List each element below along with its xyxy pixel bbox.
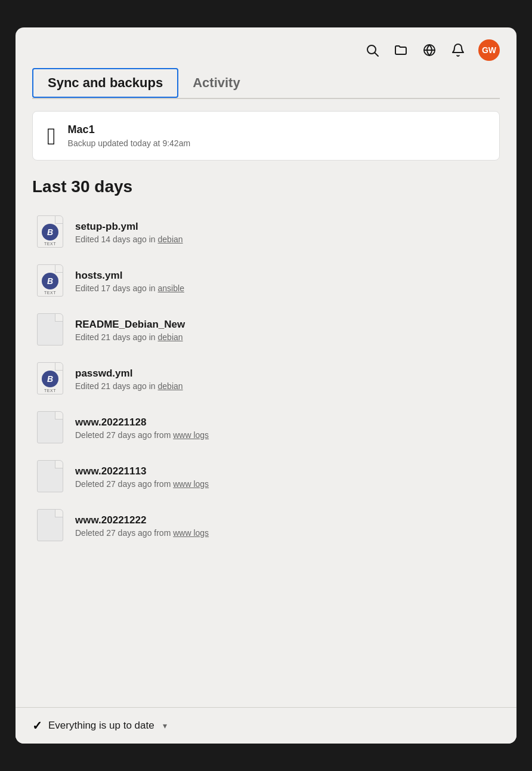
badge-b-letter: B — [47, 227, 53, 237]
file-meta: Edited 21 days ago in debian — [75, 381, 495, 391]
device-subtitle: Backup updated today at 9:42am — [68, 138, 190, 148]
file-icon-container — [37, 411, 66, 445]
list-item[interactable]: B TEXT passwd.yml Edited 21 days ago in … — [32, 355, 500, 403]
file-icon-plain — [37, 411, 63, 443]
file-icon-plain — [37, 313, 63, 346]
main-content:  Mac1 Backup updated today at 9:42am La… — [16, 99, 516, 707]
file-info: www.20221128 Deleted 27 days ago from ww… — [75, 417, 495, 440]
app-window: GW Sync and backups Activity  Mac1 Back… — [16, 27, 516, 744]
file-meta: Deleted 27 days ago from www logs — [75, 479, 495, 489]
badge-b-letter: B — [47, 374, 53, 384]
file-name: hosts.yml — [75, 270, 495, 282]
search-icon[interactable] — [364, 42, 381, 58]
globe-icon[interactable] — [421, 42, 438, 58]
badge-text-label: TEXT — [44, 291, 56, 295]
section-title: Last 30 days — [32, 177, 500, 196]
folder-icon[interactable] — [392, 42, 409, 58]
file-icon-container: B TEXT — [37, 215, 66, 249]
notification-icon[interactable] — [450, 42, 466, 58]
file-icon-container: B TEXT — [37, 362, 66, 396]
file-meta: Edited 14 days ago in debian — [75, 235, 495, 244]
tab-sync-and-backups[interactable]: Sync and backups — [32, 68, 178, 98]
file-meta-link[interactable]: www logs — [173, 479, 209, 489]
file-info: setup-pb.yml Edited 14 days ago in debia… — [75, 221, 495, 244]
file-info: README_Debian_New Edited 21 days ago in … — [75, 319, 495, 342]
file-list: B TEXT setup-pb.yml Edited 14 days ago i… — [32, 208, 500, 550]
device-name: Mac1 — [68, 124, 190, 136]
header: GW — [16, 27, 516, 61]
badge-b-letter: B — [47, 276, 53, 286]
file-icon-container — [37, 509, 66, 542]
file-info: www.20221113 Deleted 27 days ago from ww… — [75, 465, 495, 489]
file-icon-plain — [37, 460, 63, 492]
svg-line-1 — [375, 53, 379, 57]
check-icon: ✓ — [32, 718, 42, 733]
file-info: passwd.yml Edited 21 days ago in debian — [75, 368, 495, 391]
list-item[interactable]: B TEXT hosts.yml Edited 17 days ago in a… — [32, 257, 500, 305]
list-item[interactable]: www.20221222 Deleted 27 days ago from ww… — [32, 502, 500, 550]
file-meta-link[interactable]: debian — [158, 332, 183, 342]
file-info: www.20221222 Deleted 27 days ago from ww… — [75, 514, 495, 538]
file-meta: Deleted 27 days ago from www logs — [75, 528, 495, 538]
chevron-down-icon: ▾ — [163, 721, 167, 730]
file-name: setup-pb.yml — [75, 221, 495, 233]
badge-text-label: TEXT — [44, 242, 56, 246]
file-meta-link[interactable]: debian — [158, 381, 183, 391]
file-name: www.20221222 — [75, 514, 495, 526]
file-name: passwd.yml — [75, 368, 495, 380]
badge-circle: B — [42, 273, 58, 289]
file-meta-link[interactable]: www logs — [173, 430, 209, 440]
list-item[interactable]: www.20221113 Deleted 27 days ago from ww… — [32, 453, 500, 501]
badge-text-label: TEXT — [44, 388, 56, 393]
file-meta-link[interactable]: www logs — [173, 528, 209, 538]
footer[interactable]: ✓ Everything is up to date ▾ — [16, 707, 516, 744]
avatar[interactable]: GW — [478, 39, 500, 61]
list-item[interactable]: README_Debian_New Edited 21 days ago in … — [32, 306, 500, 354]
file-meta: Edited 21 days ago in debian — [75, 332, 495, 342]
file-meta: Edited 17 days ago in ansible — [75, 283, 495, 293]
file-icon-container: B TEXT — [37, 264, 66, 298]
list-item[interactable]: www.20221128 Deleted 27 days ago from ww… — [32, 404, 500, 452]
apple-icon:  — [47, 124, 56, 148]
list-item[interactable]: B TEXT setup-pb.yml Edited 14 days ago i… — [32, 208, 500, 256]
file-meta-link[interactable]: ansible — [158, 283, 184, 293]
tab-activity[interactable]: Activity — [178, 68, 254, 98]
badge-circle: B — [42, 224, 58, 240]
file-meta-link[interactable]: debian — [158, 235, 183, 244]
file-info: hosts.yml Edited 17 days ago in ansible — [75, 270, 495, 293]
file-icon-badge: B TEXT — [37, 264, 63, 297]
tabs-container: Sync and backups Activity — [16, 61, 516, 98]
badge-circle: B — [42, 371, 58, 387]
file-icon-plain — [37, 509, 63, 541]
device-info: Mac1 Backup updated today at 9:42am — [68, 124, 190, 148]
file-icon-container — [37, 313, 66, 347]
file-name: www.20221128 — [75, 417, 495, 428]
file-icon-badge: B TEXT — [37, 362, 63, 394]
file-name: README_Debian_New — [75, 319, 495, 331]
device-card:  Mac1 Backup updated today at 9:42am — [32, 111, 500, 161]
file-icon-container — [37, 460, 66, 494]
footer-status-text: Everything is up to date — [48, 720, 154, 732]
file-meta: Deleted 27 days ago from www logs — [75, 430, 495, 440]
file-icon-badge: B TEXT — [37, 215, 63, 248]
file-name: www.20221113 — [75, 465, 495, 477]
